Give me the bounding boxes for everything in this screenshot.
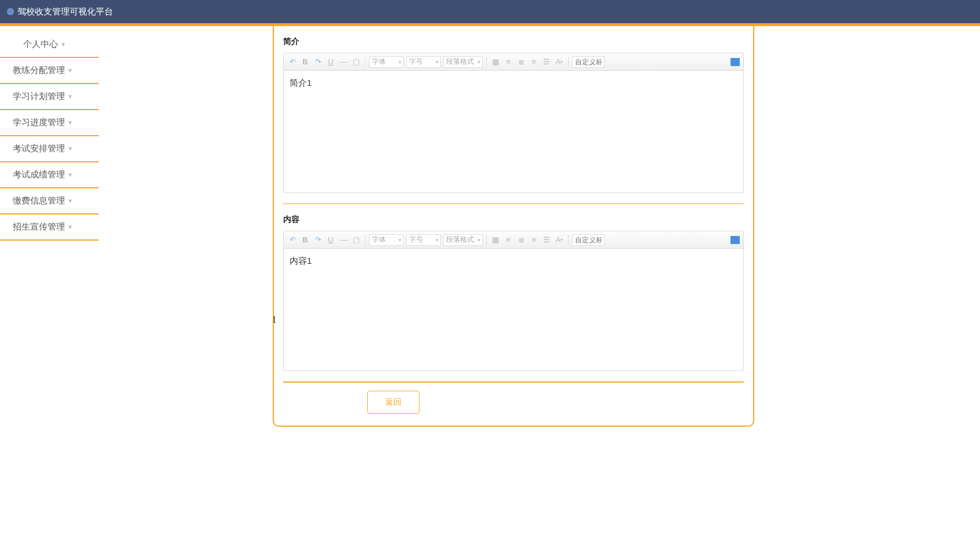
redo-icon[interactable]: ↷: [313, 56, 323, 68]
fullscreen-icon[interactable]: [731, 58, 740, 66]
sidebar-item-label: 缴费信息管理: [13, 195, 65, 206]
align-left-icon[interactable]: ≡: [503, 56, 513, 68]
bold-icon[interactable]: B: [300, 234, 310, 246]
sidebar-item-coach-assign[interactable]: 教练分配管理 ▼: [0, 58, 99, 84]
custom-title-input[interactable]: [572, 234, 605, 246]
align-right-icon[interactable]: ≡: [529, 56, 539, 68]
chevron-down-icon: ▼: [67, 67, 73, 74]
intro-toolbar: ↶ B ↷ U — ▢ 字体 字号 段落格式 ▦ ≡ ≣ ≡: [284, 53, 743, 71]
redo-icon[interactable]: ↷: [313, 234, 323, 246]
form-card: 简介 ↶ B ↷ U — ▢ 字体 字号 段落格式 ▦: [273, 26, 754, 427]
undo-icon[interactable]: ↶: [287, 56, 298, 68]
sidebar-item-label: 教练分配管理: [13, 65, 65, 76]
align-justify-icon[interactable]: ☰: [541, 234, 552, 246]
sidebar-item-exam-results[interactable]: 考试成绩管理 ▼: [0, 162, 99, 188]
sidebar-item-label: 个人中心: [23, 39, 58, 50]
intro-editor: ↶ B ↷ U — ▢ 字体 字号 段落格式 ▦ ≡ ≣ ≡: [283, 53, 744, 193]
separator: [486, 235, 487, 245]
align-right-icon[interactable]: ≡: [529, 234, 539, 246]
app-header: 驾校收支管理可视化平台: [0, 0, 980, 23]
sidebar-nav: 个人中心 ▼ 教练分配管理 ▼ 学习计划管理 ▼ 学习进度管理 ▼ 考试安排管理…: [0, 26, 99, 438]
underline-icon[interactable]: U: [326, 234, 336, 246]
sidebar-item-study-progress[interactable]: 学习进度管理 ▼: [0, 110, 99, 136]
align-center-icon[interactable]: ≣: [516, 234, 526, 246]
section-intro: 简介 ↶ B ↷ U — ▢ 字体 字号 段落格式 ▦: [283, 26, 744, 204]
sidebar-item-payment-info[interactable]: 缴费信息管理 ▼: [0, 188, 99, 215]
chevron-down-icon: ▼: [67, 146, 73, 152]
font-color-icon[interactable]: A▾: [554, 56, 565, 68]
undo-icon[interactable]: ↶: [287, 234, 298, 246]
svg-point-0: [6, 8, 15, 16]
font-family-select[interactable]: 字体: [369, 234, 404, 246]
sidebar-item-personal-center[interactable]: 个人中心 ▼: [0, 32, 99, 58]
intro-editor-body[interactable]: 简介1: [284, 71, 743, 192]
image-icon[interactable]: ▦: [490, 234, 501, 246]
form-footer: 返回: [283, 382, 744, 414]
underline-icon[interactable]: U: [326, 56, 336, 68]
chevron-down-icon: ▼: [60, 41, 66, 48]
content-editor: ↶ B ↷ U — ▢ 字体 字号 段落格式 ▦ ≡ ≣ ≡: [283, 231, 744, 371]
intro-label: 简介: [283, 37, 744, 47]
sidebar-item-label: 考试安排管理: [13, 143, 65, 154]
font-color-icon[interactable]: A▾: [554, 234, 565, 246]
separator: [486, 57, 487, 67]
image-icon[interactable]: ▦: [490, 56, 501, 68]
chevron-down-icon: ▼: [67, 224, 73, 230]
separator: [365, 57, 366, 67]
app-logo-icon: [6, 7, 15, 16]
sidebar-item-label: 学习进度管理: [13, 117, 65, 128]
section-content: 内容 ↶ B ↷ U — ▢ 字体 字号 段落格式 ▦: [283, 204, 744, 382]
sidebar-item-label: 招生宣传管理: [13, 221, 65, 232]
content-label: 内容: [283, 215, 744, 225]
chevron-down-icon: ▼: [67, 172, 73, 178]
sidebar-item-study-plan[interactable]: 学习计划管理 ▼: [0, 84, 99, 110]
hr-icon[interactable]: —: [338, 234, 349, 246]
back-button[interactable]: 返回: [367, 391, 420, 414]
sidebar-item-exam-schedule[interactable]: 考试安排管理 ▼: [0, 136, 99, 162]
align-left-icon[interactable]: ≡: [503, 234, 513, 246]
align-center-icon[interactable]: ≣: [516, 56, 526, 68]
custom-title-input[interactable]: [572, 56, 605, 68]
clipboard-icon[interactable]: ▢: [351, 234, 361, 246]
paragraph-select[interactable]: 段落格式: [443, 56, 483, 68]
font-size-select[interactable]: 字号: [406, 56, 441, 68]
font-family-select[interactable]: 字体: [369, 56, 404, 68]
content-toolbar: ↶ B ↷ U — ▢ 字体 字号 段落格式 ▦ ≡ ≣ ≡: [284, 231, 743, 249]
separator: [365, 235, 366, 245]
align-justify-icon[interactable]: ☰: [541, 56, 552, 68]
app-title: 驾校收支管理可视化平台: [17, 6, 113, 17]
fullscreen-icon[interactable]: [731, 236, 740, 244]
font-size-select[interactable]: 字号: [406, 234, 441, 246]
chevron-down-icon: ▼: [67, 93, 73, 100]
sidebar-item-label: 考试成绩管理: [13, 169, 65, 180]
paragraph-select[interactable]: 段落格式: [443, 234, 483, 246]
sidebar-item-recruitment[interactable]: 招生宣传管理 ▼: [0, 215, 99, 241]
chevron-down-icon: ▼: [67, 198, 73, 204]
chevron-down-icon: ▼: [67, 119, 73, 126]
bold-icon[interactable]: B: [300, 56, 310, 68]
sidebar-item-label: 学习计划管理: [13, 91, 65, 102]
separator: [568, 57, 569, 67]
separator: [568, 235, 569, 245]
hr-icon[interactable]: —: [338, 56, 349, 68]
clipboard-icon[interactable]: ▢: [351, 56, 361, 68]
content-editor-body[interactable]: 内容1: [284, 249, 743, 370]
